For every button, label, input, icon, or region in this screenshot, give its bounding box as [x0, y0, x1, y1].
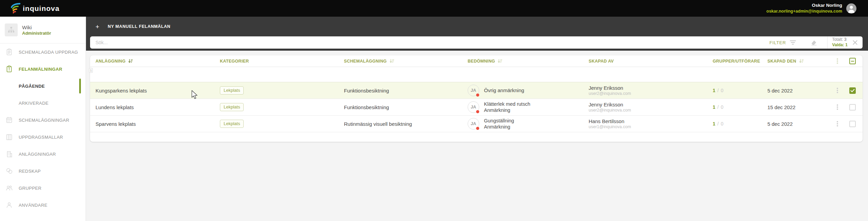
clear-selection-icon[interactable] — [852, 40, 858, 45]
sidebar-item-schemalagda-uppdrag[interactable]: SCHEMALAGDA UPPDRAG — [0, 44, 86, 61]
sidebar-item-arkiverade[interactable]: ARKIVERADE — [0, 95, 86, 112]
sidebar-profile[interactable]: Wiki Administratör — [0, 17, 86, 44]
row-index-badge: 1 — [89, 68, 93, 73]
search-input[interactable] — [90, 36, 769, 49]
building-icon — [5, 150, 13, 158]
creator-email: user1@inquinova.com — [589, 124, 713, 129]
user-avatar-icon[interactable] — [846, 3, 856, 14]
user-menu[interactable]: Oskar Norling oskar.norling+admin@inquin… — [766, 2, 868, 14]
created-date: 15 dec 2022 — [762, 104, 831, 110]
active-indicator-bar — [79, 79, 81, 94]
assessor-initials-badge: JA — [468, 118, 479, 130]
column-header-anlaggning[interactable]: ANLÄGGNING — [96, 59, 220, 64]
sitemap-icon — [5, 23, 18, 36]
eraser-icon[interactable] — [811, 39, 817, 46]
sidebar-item-anlaggningar[interactable]: ANLÄGGNINGAR — [0, 146, 86, 163]
sidebar: Wiki Administratör SCHEMALAGDA UPPDRAG — [0, 17, 86, 221]
creator-email: user2@inquinova.com — [589, 108, 713, 113]
sidebar-item-label: FELANMÄLNINGAR — [19, 67, 62, 72]
facility-name: Sparvens lekplats — [96, 121, 220, 127]
header-kebab-menu-icon[interactable] — [835, 57, 839, 65]
sort-desc-icon — [128, 59, 133, 63]
sidebar-item-anvandare[interactable]: ANVÄNDARE — [0, 197, 86, 214]
sidebar-item-label: SCHEMALÄGGNINGAR — [19, 118, 69, 123]
sidebar-nav: SCHEMALAGDA UPPDRAG FELANMÄLNINGAR PÅGÅE… — [0, 44, 86, 214]
total-value: 3 — [844, 37, 847, 42]
sidebar-item-felanmalningar[interactable]: FELANMÄLNINGAR — [0, 61, 86, 78]
logo-text: inquinova — [23, 4, 59, 13]
creator-email: user2@inquinova.com — [589, 91, 713, 96]
groups-performers-count: 1 / 0 — [713, 88, 762, 93]
users-icon — [5, 184, 13, 192]
creator-name: Jenny Eriksson — [589, 85, 713, 91]
created-date: 5 dec 2022 — [762, 88, 831, 94]
row-checkbox[interactable] — [849, 87, 856, 94]
category-badge: Lekplats — [220, 86, 244, 95]
alert-dot-icon — [476, 110, 479, 113]
clipboard-alert-icon — [5, 65, 13, 73]
table-row[interactable]: Kungsparkens lekplats Lekplats Funktions… — [90, 82, 863, 99]
row-kebab-menu-icon[interactable] — [835, 120, 839, 128]
sort-icon — [498, 59, 502, 63]
sidebar-item-label: ARKIVERADE — [19, 101, 49, 106]
table-row[interactable]: Sparvens lekplats Lekplats Rutinmässig v… — [90, 115, 863, 132]
sort-icon — [799, 59, 804, 63]
column-header-kategorier: KATEGORIER — [220, 59, 344, 64]
search-filter-bar: FILTER Totalt: 3 Valda: 1 — [90, 36, 863, 49]
sidebar-item-label: UPPDRAGSMALLAR — [19, 135, 63, 140]
logo-leaf-icon — [10, 2, 20, 15]
created-date: 5 dec 2022 — [762, 121, 831, 127]
row-kebab-menu-icon[interactable] — [835, 86, 839, 95]
selected-value: 1 — [845, 42, 848, 47]
sidebar-item-label: ANVÄNDARE — [19, 203, 48, 208]
category-badge: Lekplats — [220, 120, 244, 128]
workspace-role: Administratör — [22, 31, 51, 36]
sidebar-item-pagaende[interactable]: PÅGÅENDE — [0, 78, 86, 95]
alert-dot-icon — [476, 127, 479, 130]
table-spacer — [90, 67, 863, 82]
sidebar-item-label: SCHEMALAGDA UPPDRAG — [19, 50, 78, 55]
topbar: inquinova Oskar Norling oskar.norling+ad… — [0, 0, 868, 17]
row-checkbox[interactable] — [849, 121, 856, 127]
column-header-grupper-utforare: GRUPPER/UTFÖRARE — [713, 59, 762, 64]
reports-table: 1 ANLÄGGNING KATEGORIER SCHEMALÄGGNING — [90, 55, 863, 142]
facility-name: Lundens lekplats — [96, 104, 220, 110]
column-header-skapad-av: SKAPAD AV — [589, 59, 713, 64]
schedule-name: Rutinmässig visuell besiktning — [344, 121, 468, 127]
select-all-checkbox[interactable] — [849, 58, 856, 64]
sidebar-item-label: ANLÄGGNINGAR — [19, 152, 56, 157]
new-manual-report-label: NY MANUELL FELANMÄLAN — [108, 24, 170, 29]
facility-name: Kungsparkens lekplats — [96, 88, 220, 94]
groups-performers-count: 1 / 0 — [713, 104, 762, 110]
sidebar-item-label: REDSKAP — [19, 169, 41, 174]
new-manual-report-button[interactable]: + NY MANUELL FELANMÄLAN — [96, 21, 170, 32]
filter-lines-icon[interactable] — [789, 40, 796, 45]
alert-dot-icon — [476, 94, 479, 97]
schedule-name: Funktionsbesiktning — [344, 88, 468, 94]
category-badge: Lekplats — [220, 103, 244, 111]
app-logo[interactable]: inquinova — [10, 2, 59, 15]
sidebar-item-uppdragsmallar[interactable]: UPPDRAGSMALLAR — [0, 129, 86, 146]
assessment-text: Övrig anmärkning — [484, 87, 524, 94]
column-header-skapad-den[interactable]: SKAPAD DEN — [762, 59, 831, 64]
filter-label[interactable]: FILTER — [769, 40, 786, 45]
user-icon — [5, 201, 13, 209]
sidebar-item-redskap[interactable]: REDSKAP — [0, 163, 86, 180]
row-checkbox[interactable] — [849, 104, 856, 111]
user-email: oskar.norling+admin@inquinova.com — [766, 8, 842, 14]
columns-icon — [5, 133, 13, 141]
row-kebab-menu-icon[interactable] — [835, 103, 839, 111]
total-label: Totalt: — [832, 37, 843, 42]
sidebar-item-label: GRUPPER — [19, 186, 41, 191]
assessor-initials-badge: JA — [468, 85, 479, 96]
clipboard-icon — [5, 48, 13, 56]
creator-name: Jenny Eriksson — [589, 102, 713, 108]
plus-icon: + — [96, 23, 99, 30]
map-pins-icon — [5, 167, 13, 175]
column-header-bedomning[interactable]: BEDÖMNING — [468, 59, 589, 64]
sidebar-item-grupper[interactable]: GRUPPER — [0, 180, 86, 197]
column-header-schemalaggning[interactable]: SCHEMALÄGGNING — [344, 59, 468, 64]
table-row[interactable]: Lundens lekplats Lekplats Funktionsbesik… — [90, 99, 863, 115]
assessor-initials-badge: JA — [468, 101, 479, 113]
sidebar-item-schemalaggningar[interactable]: SCHEMALÄGGNINGAR — [0, 112, 86, 129]
